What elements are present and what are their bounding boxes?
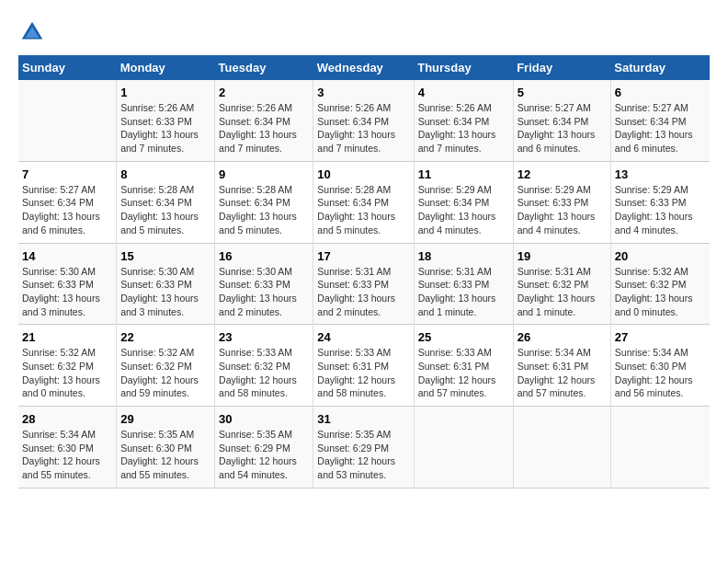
calendar-cell: 22Sunrise: 5:32 AM Sunset: 6:32 PM Dayli…: [117, 325, 215, 407]
calendar-cell: 31Sunrise: 5:35 AM Sunset: 6:29 PM Dayli…: [313, 407, 414, 488]
day-info: Sunrise: 5:27 AM Sunset: 6:34 PM Dayligh…: [518, 101, 607, 155]
day-info: Sunrise: 5:30 AM Sunset: 6:33 PM Dayligh…: [219, 265, 309, 319]
day-number: 1: [120, 86, 210, 99]
logo: [18, 18, 50, 46]
calendar-cell: 24Sunrise: 5:33 AM Sunset: 6:31 PM Dayli…: [313, 325, 414, 407]
calendar-week: 14Sunrise: 5:30 AM Sunset: 6:33 PM Dayli…: [18, 243, 710, 325]
day-number: 17: [317, 249, 409, 263]
day-info: Sunrise: 5:26 AM Sunset: 6:34 PM Dayligh…: [317, 101, 409, 155]
day-number: 27: [615, 330, 706, 344]
calendar-cell: 29Sunrise: 5:35 AM Sunset: 6:30 PM Dayli…: [117, 407, 215, 488]
calendar-cell: 27Sunrise: 5:34 AM Sunset: 6:30 PM Dayli…: [610, 325, 710, 407]
header-day: Thursday: [414, 55, 513, 80]
header-day: Sunday: [18, 55, 117, 80]
day-info: Sunrise: 5:35 AM Sunset: 6:30 PM Dayligh…: [120, 428, 210, 482]
day-info: Sunrise: 5:29 AM Sunset: 6:34 PM Dayligh…: [418, 183, 509, 237]
day-number: 30: [219, 412, 309, 426]
calendar-week: 28Sunrise: 5:34 AM Sunset: 6:30 PM Dayli…: [18, 407, 710, 488]
calendar-cell: 15Sunrise: 5:30 AM Sunset: 6:33 PM Dayli…: [117, 243, 215, 325]
calendar-cell: 4Sunrise: 5:26 AM Sunset: 6:34 PM Daylig…: [414, 80, 513, 161]
calendar-week: 21Sunrise: 5:32 AM Sunset: 6:32 PM Dayli…: [18, 325, 710, 407]
day-info: Sunrise: 5:30 AM Sunset: 6:33 PM Dayligh…: [120, 265, 210, 319]
day-number: 29: [120, 412, 210, 426]
day-info: Sunrise: 5:28 AM Sunset: 6:34 PM Dayligh…: [120, 183, 210, 237]
day-info: Sunrise: 5:35 AM Sunset: 6:29 PM Dayligh…: [219, 428, 309, 482]
calendar-cell: 16Sunrise: 5:30 AM Sunset: 6:33 PM Dayli…: [215, 243, 313, 325]
day-number: 9: [219, 167, 309, 181]
day-info: Sunrise: 5:31 AM Sunset: 6:33 PM Dayligh…: [317, 265, 409, 319]
calendar-cell: 19Sunrise: 5:31 AM Sunset: 6:32 PM Dayli…: [513, 243, 610, 325]
day-info: Sunrise: 5:34 AM Sunset: 6:30 PM Dayligh…: [615, 346, 706, 400]
calendar-cell: 9Sunrise: 5:28 AM Sunset: 6:34 PM Daylig…: [215, 161, 313, 243]
day-number: 4: [418, 86, 509, 99]
day-info: Sunrise: 5:27 AM Sunset: 6:34 PM Dayligh…: [22, 183, 112, 237]
calendar-cell: 7Sunrise: 5:27 AM Sunset: 6:34 PM Daylig…: [18, 161, 117, 243]
calendar-cell: 5Sunrise: 5:27 AM Sunset: 6:34 PM Daylig…: [513, 80, 610, 161]
logo-icon: [18, 18, 46, 46]
calendar-cell: 20Sunrise: 5:32 AM Sunset: 6:32 PM Dayli…: [610, 243, 710, 325]
day-info: Sunrise: 5:31 AM Sunset: 6:32 PM Dayligh…: [518, 265, 607, 319]
page-header: [18, 18, 710, 46]
day-number: 2: [219, 86, 309, 99]
day-number: 5: [518, 86, 607, 99]
day-number: 24: [317, 330, 409, 344]
header-day: Saturday: [610, 55, 710, 80]
day-number: 22: [120, 330, 210, 344]
day-number: 12: [518, 167, 607, 181]
header-day: Tuesday: [215, 55, 313, 80]
day-number: 20: [615, 249, 706, 263]
day-info: Sunrise: 5:29 AM Sunset: 6:33 PM Dayligh…: [615, 183, 706, 237]
calendar-cell: [18, 80, 117, 161]
calendar-cell: 28Sunrise: 5:34 AM Sunset: 6:30 PM Dayli…: [18, 407, 117, 488]
calendar-cell: [513, 407, 610, 488]
calendar-table: SundayMondayTuesdayWednesdayThursdayFrid…: [18, 55, 710, 488]
day-info: Sunrise: 5:32 AM Sunset: 6:32 PM Dayligh…: [615, 265, 706, 319]
day-info: Sunrise: 5:34 AM Sunset: 6:31 PM Dayligh…: [518, 346, 607, 400]
calendar-cell: 25Sunrise: 5:33 AM Sunset: 6:31 PM Dayli…: [414, 325, 513, 407]
calendar-cell: 8Sunrise: 5:28 AM Sunset: 6:34 PM Daylig…: [117, 161, 215, 243]
day-info: Sunrise: 5:34 AM Sunset: 6:30 PM Dayligh…: [22, 428, 112, 482]
calendar-week: 7Sunrise: 5:27 AM Sunset: 6:34 PM Daylig…: [18, 161, 710, 243]
header-day: Friday: [513, 55, 610, 80]
calendar-cell: 12Sunrise: 5:29 AM Sunset: 6:33 PM Dayli…: [513, 161, 610, 243]
day-info: Sunrise: 5:33 AM Sunset: 6:31 PM Dayligh…: [418, 346, 509, 400]
calendar-week: 1Sunrise: 5:26 AM Sunset: 6:33 PM Daylig…: [18, 80, 710, 161]
calendar-cell: 11Sunrise: 5:29 AM Sunset: 6:34 PM Dayli…: [414, 161, 513, 243]
day-number: 16: [219, 249, 309, 263]
day-number: 25: [418, 330, 509, 344]
day-number: 21: [22, 330, 112, 344]
day-number: 31: [317, 412, 409, 426]
day-info: Sunrise: 5:31 AM Sunset: 6:33 PM Dayligh…: [418, 265, 509, 319]
calendar-cell: 1Sunrise: 5:26 AM Sunset: 6:33 PM Daylig…: [117, 80, 215, 161]
day-number: 15: [120, 249, 210, 263]
calendar-cell: 21Sunrise: 5:32 AM Sunset: 6:32 PM Dayli…: [18, 325, 117, 407]
calendar-cell: 2Sunrise: 5:26 AM Sunset: 6:34 PM Daylig…: [215, 80, 313, 161]
calendar-cell: 6Sunrise: 5:27 AM Sunset: 6:34 PM Daylig…: [610, 80, 710, 161]
calendar-cell: 14Sunrise: 5:30 AM Sunset: 6:33 PM Dayli…: [18, 243, 117, 325]
day-number: 19: [518, 249, 607, 263]
day-info: Sunrise: 5:35 AM Sunset: 6:29 PM Dayligh…: [317, 428, 409, 482]
header-day: Wednesday: [313, 55, 414, 80]
header-row: SundayMondayTuesdayWednesdayThursdayFrid…: [18, 55, 710, 80]
calendar-cell: 3Sunrise: 5:26 AM Sunset: 6:34 PM Daylig…: [313, 80, 414, 161]
calendar-cell: 17Sunrise: 5:31 AM Sunset: 6:33 PM Dayli…: [313, 243, 414, 325]
day-info: Sunrise: 5:26 AM Sunset: 6:34 PM Dayligh…: [418, 101, 509, 155]
day-number: 6: [615, 86, 706, 99]
day-number: 14: [22, 249, 112, 263]
day-info: Sunrise: 5:27 AM Sunset: 6:34 PM Dayligh…: [615, 101, 706, 155]
day-number: 18: [418, 249, 509, 263]
day-info: Sunrise: 5:28 AM Sunset: 6:34 PM Dayligh…: [219, 183, 309, 237]
header-day: Monday: [117, 55, 215, 80]
day-info: Sunrise: 5:33 AM Sunset: 6:32 PM Dayligh…: [219, 346, 309, 400]
day-number: 13: [615, 167, 706, 181]
calendar-cell: [414, 407, 513, 488]
calendar-cell: 23Sunrise: 5:33 AM Sunset: 6:32 PM Dayli…: [215, 325, 313, 407]
day-number: 7: [22, 167, 112, 181]
calendar-cell: 13Sunrise: 5:29 AM Sunset: 6:33 PM Dayli…: [610, 161, 710, 243]
day-number: 26: [518, 330, 607, 344]
day-number: 28: [22, 412, 112, 426]
day-info: Sunrise: 5:29 AM Sunset: 6:33 PM Dayligh…: [518, 183, 607, 237]
day-number: 23: [219, 330, 309, 344]
day-info: Sunrise: 5:28 AM Sunset: 6:34 PM Dayligh…: [317, 183, 409, 237]
calendar-cell: 26Sunrise: 5:34 AM Sunset: 6:31 PM Dayli…: [513, 325, 610, 407]
